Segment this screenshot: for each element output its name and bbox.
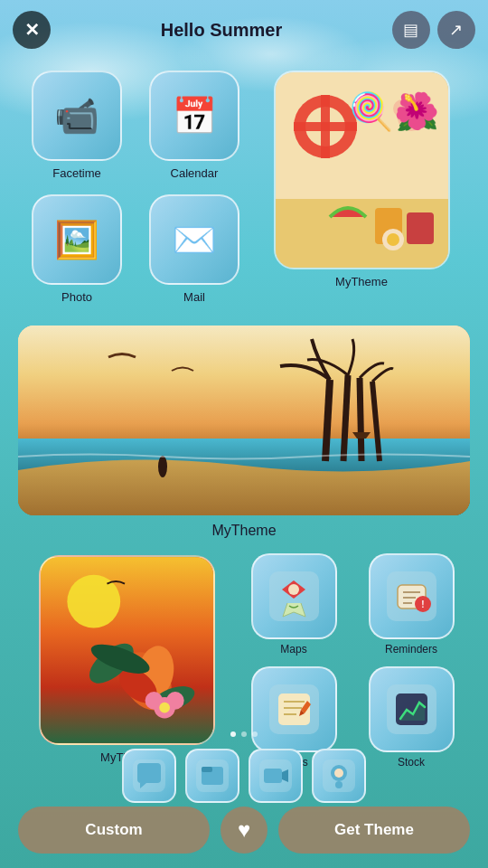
chat-icon: ▤ — [403, 20, 418, 40]
reminders-label: Reminders — [385, 643, 437, 656]
svg-rect-52 — [202, 767, 212, 772]
svg-point-34 — [288, 584, 299, 595]
svg-text:!: ! — [421, 599, 424, 609]
mytheme-large-item[interactable]: MyTheme — [253, 63, 470, 296]
svg-point-58 — [335, 781, 343, 788]
svg-point-7 — [393, 99, 411, 118]
svg-point-22 — [67, 575, 120, 628]
svg-point-57 — [334, 769, 343, 778]
photo-icon — [32, 194, 122, 285]
bottom-bar: Custom ♥ Get Theme — [0, 731, 488, 868]
maps-icon-art — [269, 571, 319, 621]
app-item-calendar[interactable]: Calendar — [136, 63, 253, 187]
dock-preview — [18, 745, 470, 807]
dock-find-icon[interactable] — [312, 749, 366, 803]
svg-point-8 — [411, 99, 429, 118]
mail-label: Mail — [183, 290, 205, 304]
svg-point-20 — [158, 456, 167, 477]
page-title: Hello Summer — [161, 20, 282, 41]
chat-button[interactable]: ▤ — [392, 11, 430, 49]
heart-icon: ♥ — [238, 817, 250, 843]
reminders-icon-art: ! — [387, 571, 436, 621]
custom-label: Custom — [85, 821, 142, 839]
dock-files-icon[interactable] — [185, 749, 239, 803]
app-grid-section: Facetime Calendar — [0, 54, 488, 320]
app-item-maps[interactable]: Maps — [235, 548, 352, 661]
svg-point-6 — [398, 104, 425, 131]
heart-button[interactable]: ♥ — [221, 807, 267, 854]
app-grid: Facetime Calendar — [0, 54, 488, 320]
app-item-mail[interactable]: Mail — [136, 187, 253, 311]
reminders-icon: ! — [369, 553, 455, 639]
mytheme-large-icon — [274, 71, 450, 269]
svg-line-16 — [325, 380, 330, 461]
calendar-icon — [149, 71, 239, 161]
svg-rect-11 — [407, 212, 434, 244]
mytheme-large-label: MyTheme — [335, 275, 388, 288]
get-theme-button[interactable]: Get Theme — [278, 807, 470, 854]
custom-button[interactable]: Custom — [18, 807, 210, 854]
calendar-label: Calendar — [171, 166, 219, 180]
close-button[interactable]: ✕ — [13, 11, 51, 49]
svg-point-13 — [387, 233, 399, 246]
svg-rect-14 — [18, 326, 470, 448]
app-item-reminders[interactable]: ! Reminders — [352, 548, 470, 661]
svg-point-9 — [406, 112, 417, 123]
notes-icon-art — [269, 684, 319, 734]
beach-scene — [18, 326, 470, 515]
maps-icon — [251, 553, 337, 639]
stock-icon-art — [387, 684, 436, 734]
dock-messages-icon[interactable] — [122, 749, 176, 803]
facetime-icon — [32, 71, 122, 161]
svg-rect-5 — [321, 95, 330, 158]
wallpaper-section: MyTheme — [18, 326, 470, 539]
mytheme-medium-art — [41, 555, 213, 745]
svg-point-32 — [159, 703, 170, 713]
maps-label: Maps — [280, 643, 306, 656]
svg-line-18 — [360, 378, 361, 461]
facetime-label: Facetime — [52, 166, 100, 180]
wallpaper-label: MyTheme — [18, 523, 470, 539]
mail-icon — [149, 194, 239, 285]
svg-line-17 — [343, 375, 348, 461]
header: ✕ Hello Summer ▤ ↗ — [0, 0, 488, 54]
mytheme-medium-icon — [39, 555, 215, 745]
mytheme-canvas — [276, 72, 448, 268]
header-actions: ▤ ↗ — [392, 11, 475, 49]
dock-facetime-icon[interactable] — [249, 749, 303, 803]
svg-rect-54 — [264, 769, 282, 783]
get-theme-label: Get Theme — [334, 821, 414, 839]
app-item-facetime[interactable]: Facetime — [18, 63, 136, 187]
photo-label: Photo — [61, 290, 92, 304]
share-icon: ↗ — [449, 20, 463, 40]
share-button[interactable]: ↗ — [437, 11, 475, 49]
wallpaper-card[interactable] — [18, 326, 470, 515]
mytheme-art — [276, 72, 450, 269]
app-item-photo[interactable]: Photo — [18, 187, 136, 311]
bottom-actions: Custom ♥ Get Theme — [18, 807, 470, 854]
